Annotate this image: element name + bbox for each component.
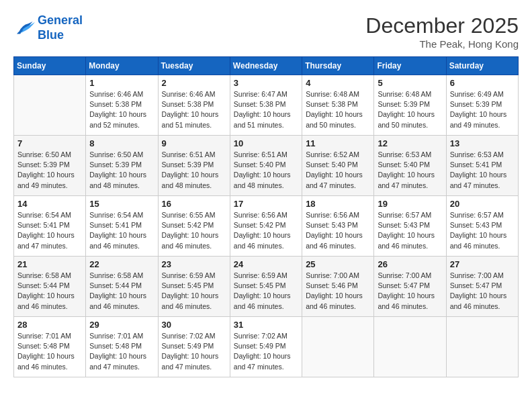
calendar-cell: 8Sunrise: 6:50 AM Sunset: 5:39 PM Daylig… xyxy=(86,136,158,196)
calendar-header-thursday: Thursday xyxy=(302,57,374,75)
day-info: Sunrise: 7:00 AM Sunset: 5:47 PM Dayligh… xyxy=(378,271,442,312)
logo: General Blue xyxy=(13,13,83,42)
day-number: 15 xyxy=(89,199,154,209)
calendar-cell: 25Sunrise: 7:00 AM Sunset: 5:46 PM Dayli… xyxy=(302,257,374,317)
day-number: 5 xyxy=(378,78,442,88)
calendar-cell: 1Sunrise: 6:46 AM Sunset: 5:38 PM Daylig… xyxy=(86,75,158,136)
calendar-cell: 18Sunrise: 6:56 AM Sunset: 5:43 PM Dayli… xyxy=(302,196,374,257)
logo-line1: General xyxy=(38,13,83,27)
page-header: General Blue December 2025 The Peak, Hon… xyxy=(13,13,519,50)
day-info: Sunrise: 6:54 AM Sunset: 5:41 PM Dayligh… xyxy=(17,210,82,251)
day-info: Sunrise: 6:55 AM Sunset: 5:42 PM Dayligh… xyxy=(162,210,226,251)
week-row-2: 7Sunrise: 6:50 AM Sunset: 5:39 PM Daylig… xyxy=(14,136,519,196)
day-info: Sunrise: 6:56 AM Sunset: 5:43 PM Dayligh… xyxy=(306,210,370,251)
day-number: 4 xyxy=(306,78,370,88)
day-number: 3 xyxy=(234,78,298,88)
calendar-cell: 6Sunrise: 6:49 AM Sunset: 5:39 PM Daylig… xyxy=(446,75,518,136)
week-row-5: 28Sunrise: 7:01 AM Sunset: 5:48 PM Dayli… xyxy=(14,317,519,377)
calendar-cell: 5Sunrise: 6:48 AM Sunset: 5:39 PM Daylig… xyxy=(374,75,446,136)
day-info: Sunrise: 6:48 AM Sunset: 5:38 PM Dayligh… xyxy=(306,89,370,130)
day-number: 17 xyxy=(234,199,298,209)
calendar-cell: 31Sunrise: 7:02 AM Sunset: 5:49 PM Dayli… xyxy=(230,317,302,377)
calendar-header-monday: Monday xyxy=(86,57,158,75)
day-number: 19 xyxy=(378,199,442,209)
day-number: 10 xyxy=(234,138,298,148)
day-number: 24 xyxy=(234,259,298,269)
logo-line2: Blue xyxy=(38,28,64,42)
day-info: Sunrise: 6:52 AM Sunset: 5:40 PM Dayligh… xyxy=(306,150,370,191)
day-number: 28 xyxy=(17,320,82,330)
day-info: Sunrise: 6:51 AM Sunset: 5:40 PM Dayligh… xyxy=(234,150,298,191)
day-number: 26 xyxy=(378,259,442,269)
day-info: Sunrise: 6:54 AM Sunset: 5:41 PM Dayligh… xyxy=(89,210,154,251)
day-info: Sunrise: 6:46 AM Sunset: 5:38 PM Dayligh… xyxy=(162,89,226,130)
day-number: 9 xyxy=(162,138,226,148)
day-number: 22 xyxy=(89,259,154,269)
calendar-cell xyxy=(374,317,446,377)
day-number: 20 xyxy=(450,199,515,209)
calendar-cell: 9Sunrise: 6:51 AM Sunset: 5:39 PM Daylig… xyxy=(158,136,230,196)
day-info: Sunrise: 6:57 AM Sunset: 5:43 PM Dayligh… xyxy=(450,210,515,251)
calendar-cell xyxy=(302,317,374,377)
day-info: Sunrise: 7:00 AM Sunset: 5:46 PM Dayligh… xyxy=(306,271,370,312)
day-number: 21 xyxy=(17,259,82,269)
calendar-cell: 23Sunrise: 6:59 AM Sunset: 5:45 PM Dayli… xyxy=(158,257,230,317)
calendar-cell xyxy=(446,317,518,377)
day-number: 25 xyxy=(306,259,370,269)
day-number: 31 xyxy=(234,320,298,330)
calendar-cell xyxy=(14,75,86,136)
day-number: 1 xyxy=(89,78,154,88)
logo-text: General Blue xyxy=(38,13,83,42)
day-number: 6 xyxy=(450,78,515,88)
day-number: 2 xyxy=(162,78,226,88)
day-info: Sunrise: 6:56 AM Sunset: 5:42 PM Dayligh… xyxy=(234,210,298,251)
calendar-cell: 11Sunrise: 6:52 AM Sunset: 5:40 PM Dayli… xyxy=(302,136,374,196)
calendar-table: SundayMondayTuesdayWednesdayThursdayFrid… xyxy=(13,56,519,377)
day-number: 11 xyxy=(306,138,370,148)
calendar-cell: 3Sunrise: 6:47 AM Sunset: 5:38 PM Daylig… xyxy=(230,75,302,136)
logo-bird-icon xyxy=(13,19,35,38)
day-number: 12 xyxy=(378,138,442,148)
calendar-cell: 17Sunrise: 6:56 AM Sunset: 5:42 PM Dayli… xyxy=(230,196,302,257)
calendar-cell: 10Sunrise: 6:51 AM Sunset: 5:40 PM Dayli… xyxy=(230,136,302,196)
calendar-cell: 4Sunrise: 6:48 AM Sunset: 5:38 PM Daylig… xyxy=(302,75,374,136)
day-number: 27 xyxy=(450,259,515,269)
day-number: 8 xyxy=(89,138,154,148)
day-number: 16 xyxy=(162,199,226,209)
day-number: 29 xyxy=(89,320,154,330)
day-info: Sunrise: 7:01 AM Sunset: 5:48 PM Dayligh… xyxy=(89,331,154,372)
calendar-cell: 15Sunrise: 6:54 AM Sunset: 5:41 PM Dayli… xyxy=(86,196,158,257)
location-subtitle: The Peak, Hong Kong xyxy=(365,38,519,50)
calendar-header-row: SundayMondayTuesdayWednesdayThursdayFrid… xyxy=(14,57,519,75)
day-info: Sunrise: 6:53 AM Sunset: 5:41 PM Dayligh… xyxy=(450,150,515,191)
day-info: Sunrise: 6:57 AM Sunset: 5:43 PM Dayligh… xyxy=(378,210,442,251)
day-number: 18 xyxy=(306,199,370,209)
day-info: Sunrise: 6:50 AM Sunset: 5:39 PM Dayligh… xyxy=(89,150,154,191)
calendar-cell: 21Sunrise: 6:58 AM Sunset: 5:44 PM Dayli… xyxy=(14,257,86,317)
month-title: December 2025 xyxy=(365,13,519,38)
day-info: Sunrise: 6:59 AM Sunset: 5:45 PM Dayligh… xyxy=(162,271,226,312)
calendar-header-sunday: Sunday xyxy=(14,57,86,75)
day-number: 23 xyxy=(162,259,226,269)
calendar-cell: 24Sunrise: 6:59 AM Sunset: 5:45 PM Dayli… xyxy=(230,257,302,317)
calendar-header-wednesday: Wednesday xyxy=(230,57,302,75)
calendar-cell: 13Sunrise: 6:53 AM Sunset: 5:41 PM Dayli… xyxy=(446,136,518,196)
day-info: Sunrise: 6:46 AM Sunset: 5:38 PM Dayligh… xyxy=(89,89,154,130)
day-info: Sunrise: 6:59 AM Sunset: 5:45 PM Dayligh… xyxy=(234,271,298,312)
day-info: Sunrise: 6:49 AM Sunset: 5:39 PM Dayligh… xyxy=(450,89,515,130)
calendar-cell: 30Sunrise: 7:02 AM Sunset: 5:49 PM Dayli… xyxy=(158,317,230,377)
week-row-1: 1Sunrise: 6:46 AM Sunset: 5:38 PM Daylig… xyxy=(14,75,519,136)
day-number: 14 xyxy=(17,199,82,209)
calendar-cell: 27Sunrise: 7:00 AM Sunset: 5:47 PM Dayli… xyxy=(446,257,518,317)
day-info: Sunrise: 7:01 AM Sunset: 5:48 PM Dayligh… xyxy=(17,331,82,372)
calendar-header-friday: Friday xyxy=(374,57,446,75)
calendar-cell: 28Sunrise: 7:01 AM Sunset: 5:48 PM Dayli… xyxy=(14,317,86,377)
calendar-cell: 29Sunrise: 7:01 AM Sunset: 5:48 PM Dayli… xyxy=(86,317,158,377)
day-info: Sunrise: 6:48 AM Sunset: 5:39 PM Dayligh… xyxy=(378,89,442,130)
day-info: Sunrise: 6:58 AM Sunset: 5:44 PM Dayligh… xyxy=(89,271,154,312)
day-info: Sunrise: 6:58 AM Sunset: 5:44 PM Dayligh… xyxy=(17,271,82,312)
calendar-cell: 16Sunrise: 6:55 AM Sunset: 5:42 PM Dayli… xyxy=(158,196,230,257)
day-info: Sunrise: 6:50 AM Sunset: 5:39 PM Dayligh… xyxy=(17,150,82,191)
day-info: Sunrise: 6:47 AM Sunset: 5:38 PM Dayligh… xyxy=(234,89,298,130)
calendar-header-tuesday: Tuesday xyxy=(158,57,230,75)
